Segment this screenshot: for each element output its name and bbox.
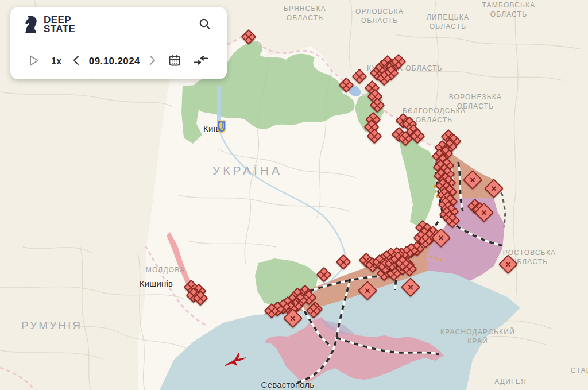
map-canvas[interactable]: БРЯНСЬКА ОБЛАСТЬОРЛОВСЬКА ОБЛАСТЬЛИПЕЦЬК… xyxy=(0,0,588,390)
event-marker[interactable] xyxy=(316,267,332,283)
play-icon xyxy=(29,55,40,68)
cross-icon: ✕ xyxy=(362,285,373,296)
playback-speed-button[interactable]: 1x xyxy=(49,54,64,69)
calendar-button[interactable] xyxy=(165,51,184,71)
brand-line2: STATE xyxy=(44,24,75,34)
cross-icon: ✕ xyxy=(488,183,500,194)
cross-icon: ✕ xyxy=(405,281,416,293)
cross-icon: ✕ xyxy=(502,258,514,270)
battle-marker[interactable]: ✕ xyxy=(463,170,482,190)
deepstate-logo: DEEP STATE xyxy=(23,14,75,36)
battle-marker[interactable]: ✕ xyxy=(498,254,518,274)
chevron-right-icon xyxy=(149,55,156,67)
jump-to-latest-button[interactable] xyxy=(191,52,211,70)
event-marker[interactable] xyxy=(336,254,351,270)
battle-marker[interactable]: ✕ xyxy=(358,281,377,300)
battle-marker[interactable]: ✕ xyxy=(484,179,504,198)
chevron-left-icon xyxy=(73,55,79,67)
cross-icon: ✕ xyxy=(467,174,478,186)
arrows-converge-icon xyxy=(193,55,208,68)
play-button[interactable] xyxy=(26,52,42,71)
control-panel: DEEP STATE 1x xyxy=(10,7,227,79)
cross-icon: ✕ xyxy=(287,312,299,324)
event-marker[interactable] xyxy=(241,29,257,45)
event-marker[interactable] xyxy=(339,78,354,93)
knight-icon xyxy=(23,14,38,36)
cross-icon: ✕ xyxy=(435,232,447,244)
prev-day-button[interactable] xyxy=(71,53,82,69)
next-day-button[interactable] xyxy=(147,53,158,69)
search-icon xyxy=(198,17,212,33)
cross-icon: ✕ xyxy=(478,207,490,218)
calendar-icon xyxy=(168,53,181,69)
search-button[interactable] xyxy=(196,15,214,35)
battle-marker[interactable]: ✕ xyxy=(401,277,420,297)
event-marker[interactable] xyxy=(352,69,368,84)
date-display[interactable]: 09.10.2024 xyxy=(89,56,140,67)
